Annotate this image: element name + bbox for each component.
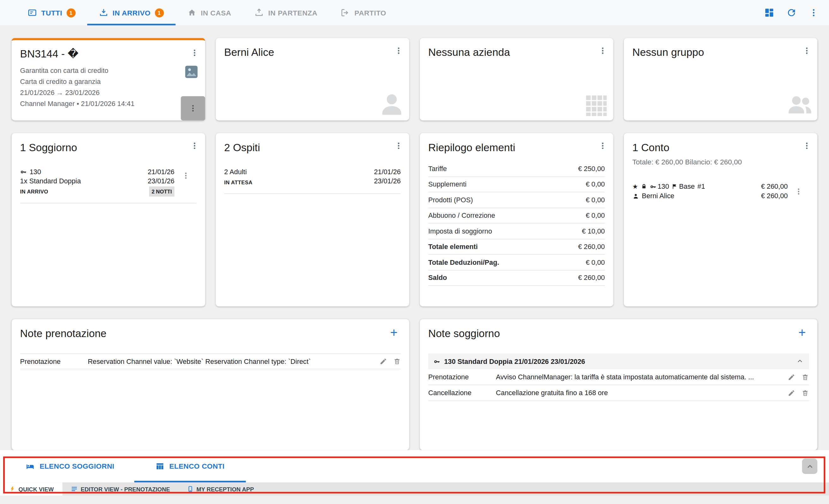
- row-label: Supplementi: [428, 180, 466, 188]
- note-text: Reservation Channel value: `Website` Res…: [88, 357, 380, 365]
- company-card: Nessuna azienda: [420, 38, 613, 121]
- row-label: Imposta di soggiorno: [428, 227, 492, 235]
- scroll-to-top-button[interactable]: [802, 459, 818, 474]
- rate-flag-icon: [672, 183, 678, 190]
- ospiti-menu-button[interactable]: [391, 139, 406, 153]
- company-menu-button[interactable]: [595, 43, 610, 58]
- note-row: Cancellazione Cancellazione gratuita fin…: [428, 385, 809, 401]
- summary-row-total: Totale elementi€ 260,00: [428, 239, 605, 255]
- conto-subtitle: Totale: € 260,00 Bilancio: € 260,00: [632, 158, 809, 166]
- summary-row: Abbuono / Correzione€ 0,00: [428, 208, 605, 224]
- group-menu-button[interactable]: [799, 43, 814, 58]
- note-soggiorno-title: Note soggiorno: [428, 327, 809, 340]
- tab-partito[interactable]: PARTITO: [329, 0, 398, 25]
- edit-icon[interactable]: [788, 389, 795, 396]
- room-number: 130: [30, 167, 41, 177]
- note-actions: [788, 389, 809, 396]
- refresh-icon: [786, 7, 796, 18]
- conto-row[interactable]: ★ 130 Base #1: [632, 182, 809, 201]
- dashboard-layout-button[interactable]: [760, 4, 778, 22]
- topbar-actions: [760, 0, 829, 25]
- note-text: Avviso ChannelManager: la tariffa è stat…: [496, 373, 788, 381]
- taskbar-item-editor-view[interactable]: EDITOR VIEW - PRENOTAZIONE: [62, 482, 178, 496]
- summary-row: Prodotti (POS)€ 0,00: [428, 192, 605, 208]
- kebab-menu-icon: [394, 142, 403, 150]
- conto-menu-button[interactable]: [799, 139, 814, 153]
- row-value: € 10,00: [582, 227, 605, 235]
- soggiorno-menu-button[interactable]: [187, 139, 202, 153]
- row-label: Tariffe: [428, 165, 447, 172]
- topbar-menu-button[interactable]: [805, 4, 823, 22]
- avatar-menu-button[interactable]: [189, 104, 197, 113]
- note-soggiorno-card: Note soggiorno + 130 Standard Doppia 21/…: [420, 319, 817, 450]
- row-value: € 260,00: [578, 243, 605, 250]
- company-name: Nessuna azienda: [428, 46, 605, 59]
- reservation-menu-button[interactable]: [187, 45, 202, 60]
- conto-card: 1 Conto Totale: € 260,00 Bilancio: € 260…: [624, 133, 817, 306]
- taskbar-item-quick-view[interactable]: QUICK VIEW: [0, 482, 62, 496]
- row-value: € 250,00: [578, 165, 605, 172]
- tab-in-arrivo[interactable]: IN ARRIVO 1: [87, 0, 176, 25]
- lightning-icon: [9, 486, 15, 493]
- guest-menu-button[interactable]: [391, 43, 406, 58]
- kebab-menu-icon: [189, 104, 197, 113]
- tab-in-partenza[interactable]: IN PARTENZA: [243, 0, 329, 25]
- riepilogo-title: Riepilogo elementi: [428, 142, 605, 154]
- tab-label: PARTITO: [354, 9, 386, 17]
- note-text: Cancellazione gratuita fino a 168 ore: [496, 389, 788, 397]
- date-to: 23/01/26: [374, 177, 401, 185]
- summary-row: Imposta di soggiorno€ 10,00: [428, 224, 605, 239]
- cards-grid: BN3144 - � Garantita con carta di credit…: [0, 25, 829, 450]
- reservation-title: BN3144 - �: [20, 48, 197, 60]
- collapse-chevron-icon[interactable]: [796, 357, 803, 365]
- room-type: 1x Standard Doppia: [20, 177, 148, 185]
- riepilogo-menu-button[interactable]: [595, 139, 610, 153]
- logout-icon: [341, 8, 350, 17]
- conto-row-menu-button[interactable]: [788, 182, 809, 201]
- key-icon: [20, 168, 27, 176]
- tab-count-badge: 1: [155, 8, 164, 17]
- edit-icon[interactable]: [788, 373, 795, 381]
- tab-count-badge: 1: [67, 8, 75, 17]
- add-note-button[interactable]: +: [390, 326, 397, 339]
- tab-tutti[interactable]: TUTTI 1: [16, 0, 87, 25]
- tab-elenco-soggiorni[interactable]: ELENCO SOGGIORNI: [21, 450, 118, 482]
- building-placeholder-icon: [583, 91, 610, 118]
- note-actions: [788, 373, 809, 381]
- bottom-tab-bar: ELENCO SOGGIORNI ELENCO CONTI: [0, 450, 829, 482]
- row-label: Prodotti (POS): [428, 196, 473, 204]
- delete-icon[interactable]: [394, 357, 401, 365]
- delete-icon[interactable]: [801, 389, 809, 396]
- guest-row[interactable]: 2 Adulti IN ATTESA 21/01/26 23/01/26: [224, 167, 401, 194]
- tab-elenco-conti[interactable]: ELENCO CONTI: [135, 450, 246, 482]
- note-group-header[interactable]: 130 Standard Doppia 21/01/2026 23/01/202…: [428, 353, 809, 369]
- edit-icon[interactable]: [380, 357, 387, 365]
- row-label: Totale elementi: [428, 243, 478, 250]
- summary-row: Supplementi€ 0,00: [428, 177, 605, 192]
- payment-line: Carta di credito a garanzia: [20, 76, 197, 87]
- view-switcher-taskbar: QUICK VIEW EDITOR VIEW - PRENOTAZIONE MY…: [0, 482, 829, 496]
- row-value: € 0,00: [586, 180, 605, 188]
- add-note-button[interactable]: +: [798, 326, 806, 339]
- table-icon: [156, 462, 165, 471]
- stay-menu-button[interactable]: [174, 172, 196, 180]
- guest-status: IN ATTESA: [224, 178, 374, 187]
- row-value: € 0,00: [586, 211, 605, 219]
- taskbar-item-reception-app[interactable]: MY RECEPTION APP: [178, 482, 262, 496]
- delete-icon[interactable]: [801, 373, 809, 381]
- smartphone-icon: [187, 486, 193, 493]
- refresh-button[interactable]: [783, 4, 801, 22]
- channel-line: Channel Manager • 21/01/2026 14:41: [20, 98, 197, 109]
- kebab-menu-icon: [394, 46, 403, 55]
- guest-info: 2 Adulti IN ATTESA: [224, 167, 374, 187]
- stay-row[interactable]: 130 1x Standard Doppia IN ARRIVO 21/01/2…: [20, 167, 197, 203]
- riepilogo-card: Riepilogo elementi Tariffe€ 250,00 Suppl…: [420, 133, 613, 306]
- conto-info: ★ 130 Base #1: [632, 182, 761, 201]
- group-card: Nessun gruppo: [624, 38, 817, 121]
- nights-badge: 2 NOTTI: [149, 187, 175, 197]
- tab-in-casa[interactable]: IN CASA: [175, 0, 243, 25]
- conto-amount: € 260,00: [761, 182, 788, 191]
- lock-icon: [641, 183, 647, 190]
- row-label: Totale Deduzioni/Pag.: [428, 258, 499, 266]
- tab-label: IN ARRIVO: [112, 9, 150, 17]
